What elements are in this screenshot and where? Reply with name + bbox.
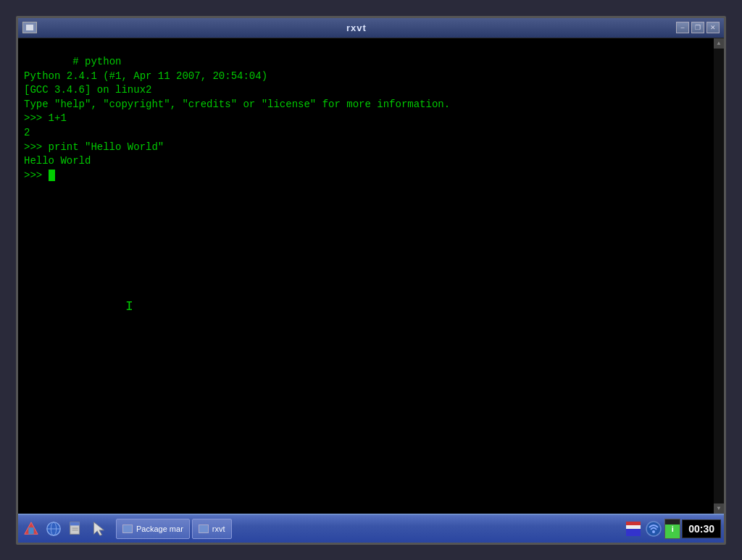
window-controls: – ❐ ✕ xyxy=(676,22,720,33)
window-menu-button[interactable] xyxy=(22,22,37,33)
scrollbar[interactable]: ▲ ▼ xyxy=(714,38,724,514)
rxvt-window-icon xyxy=(199,525,209,533)
svg-point-14 xyxy=(652,530,655,533)
svg-rect-12 xyxy=(626,529,641,536)
tray-network-icon[interactable] xyxy=(644,519,663,538)
scroll-down-button[interactable]: ▼ xyxy=(714,503,724,514)
terminal-cursor xyxy=(49,170,55,181)
restore-button[interactable]: ❐ xyxy=(691,22,704,33)
minimize-button[interactable]: – xyxy=(676,22,689,33)
package-manager-task[interactable]: Package mar xyxy=(116,519,190,539)
svg-point-13 xyxy=(646,522,661,536)
title-bar: rxvt – ❐ ✕ xyxy=(18,18,724,38)
cursor-svg-icon xyxy=(91,521,107,537)
browser-svg-icon xyxy=(46,521,62,537)
system-clock: 00:30 xyxy=(682,519,721,538)
terminal-line-1: # python Python 2.4.1 (#1, Apr 11 2007, … xyxy=(24,56,450,181)
mouse-cursor: I xyxy=(125,299,133,314)
terminal-body[interactable]: # python Python 2.4.1 (#1, Apr 11 2007, … xyxy=(18,38,714,514)
svg-rect-11 xyxy=(626,525,641,529)
close-button[interactable]: ✕ xyxy=(706,22,720,33)
scroll-up-button[interactable]: ▲ xyxy=(714,38,724,49)
battery-letter: i xyxy=(672,525,674,533)
file-svg-icon xyxy=(68,521,84,537)
system-tray: i 00:30 xyxy=(624,519,721,539)
flag-svg-icon xyxy=(625,520,642,538)
taskbar-apps-icon[interactable] xyxy=(21,519,41,539)
terminal-window: rxvt – ❐ ✕ # python Python 2.4.1 (#1, Ap… xyxy=(16,16,726,545)
tray-flag-icon[interactable] xyxy=(624,519,643,538)
window-menu-icon xyxy=(26,25,33,30)
taskbar-file-icon[interactable] xyxy=(66,519,86,539)
battery-icon: i xyxy=(664,519,680,539)
package-manager-label: Package mar xyxy=(136,525,183,533)
rxvt-label: rxvt xyxy=(212,525,225,533)
rxvt-task[interactable]: rxvt xyxy=(192,519,232,539)
window-title: rxvt xyxy=(37,22,676,33)
apps-svg-icon xyxy=(23,521,39,537)
package-manager-window-icon xyxy=(122,525,133,533)
svg-marker-9 xyxy=(94,522,104,535)
taskbar: Package mar rxvt xyxy=(18,514,724,543)
taskbar-browser-icon[interactable] xyxy=(43,519,64,539)
network-svg-icon xyxy=(645,520,662,538)
svg-rect-6 xyxy=(70,522,80,525)
scrollbar-track[interactable] xyxy=(714,49,724,503)
terminal-output: # python Python 2.4.1 (#1, Apr 11 2007, … xyxy=(24,41,708,212)
taskbar-cursor-icon[interactable] xyxy=(88,519,109,539)
svg-rect-1 xyxy=(28,527,33,534)
